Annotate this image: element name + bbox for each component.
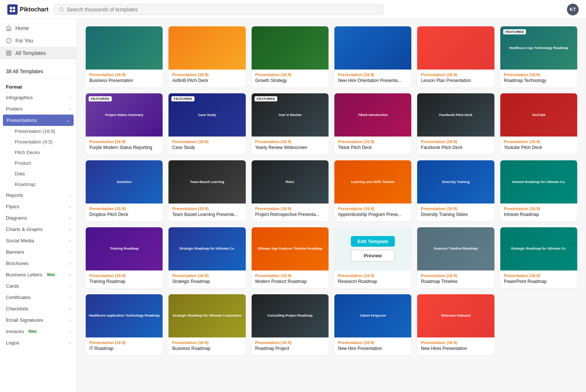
format-item-checklists[interactable]: Checklists › <box>0 303 77 314</box>
preview-button[interactable]: Preview <box>351 250 395 262</box>
preview-button[interactable]: Preview <box>185 183 229 195</box>
template-card[interactable]: Strategic Roadmap for Ultimate Corporati… <box>168 294 245 355</box>
format-item-logos[interactable]: Logos › <box>0 337 77 348</box>
template-card[interactable]: Facebook Pitch Deck Edit Template Previe… <box>417 93 494 154</box>
preview-button[interactable]: Preview <box>102 49 146 61</box>
preview-button[interactable]: Preview <box>268 317 312 329</box>
format-item-infographics[interactable]: Infographics › <box>0 92 77 103</box>
edit-template-button[interactable]: Edit Template <box>268 102 312 113</box>
preview-button[interactable]: Preview <box>351 49 395 61</box>
template-card[interactable]: YouTube Edit Template Preview Presentati… <box>500 93 577 154</box>
edit-template-button[interactable]: Edit Template <box>434 35 478 46</box>
edit-template-button[interactable]: Edit Template <box>185 169 229 180</box>
template-card[interactable]: Learning and Skills Teacher Edit Templat… <box>334 160 411 221</box>
format-item-charts[interactable]: Charts & Graphs › <box>0 224 77 235</box>
preview-button[interactable]: Preview <box>351 317 395 329</box>
edit-template-button[interactable]: Edit Template <box>102 303 146 314</box>
edit-template-button[interactable]: Edit Template <box>185 102 229 113</box>
format-item-cards[interactable]: Cards › <box>0 280 77 292</box>
search-bar[interactable] <box>54 4 384 15</box>
template-card[interactable]: Diversity Training Edit Template Preview… <box>417 160 494 221</box>
search-input[interactable] <box>67 7 379 12</box>
template-card[interactable]: Downbox Edit Template Preview Presentati… <box>86 160 163 221</box>
templates-count[interactable]: 38 All Templates <box>0 66 77 77</box>
format-sub-roadmap[interactable]: Roadmap <box>9 179 77 190</box>
preview-button[interactable]: Preview <box>351 116 395 128</box>
sidebar-item-foryou[interactable]: For You <box>0 34 77 47</box>
preview-button[interactable]: Preview <box>185 116 229 128</box>
edit-template-button[interactable]: Edit Template <box>268 35 312 46</box>
edit-template-button[interactable]: Edit Template <box>351 169 395 180</box>
template-card[interactable]: Training Roadmap Edit Template Preview P… <box>86 227 163 288</box>
format-item-business-letters[interactable]: Business Letters New › <box>0 269 77 280</box>
edit-template-button[interactable]: Edit Template <box>102 35 146 46</box>
preview-button[interactable]: Preview <box>517 183 561 195</box>
template-card[interactable]: Ultimate App Features Timeline Roadmap E… <box>252 227 329 288</box>
preview-button[interactable]: Preview <box>268 250 312 262</box>
edit-template-button[interactable]: Edit Template <box>185 236 229 247</box>
template-card[interactable]: Team-Based Learning Edit Template Previe… <box>168 160 245 221</box>
edit-template-button[interactable]: Edit Template <box>268 303 312 314</box>
preview-button[interactable]: Preview <box>434 116 478 128</box>
template-card[interactable]: FEATURED Case Study Edit Template Previe… <box>168 93 245 154</box>
edit-template-button[interactable]: Edit Template <box>434 169 478 180</box>
preview-button[interactable]: Preview <box>434 49 478 61</box>
format-sub-product[interactable]: Product <box>9 158 77 168</box>
format-item-email-signatures[interactable]: Email Signatures › <box>0 314 77 326</box>
template-card[interactable]: Strategic Roadmap for Ultimate Co. Edit … <box>168 227 245 288</box>
preview-button[interactable]: Preview <box>517 250 561 262</box>
preview-button[interactable]: Preview <box>268 183 312 195</box>
preview-button[interactable]: Preview <box>517 116 561 128</box>
edit-template-button[interactable]: Edit Template <box>434 236 478 247</box>
format-item-social-media[interactable]: Social Media › <box>0 235 77 246</box>
template-card[interactable]: Calum Ferguson Edit Template Preview Pre… <box>334 294 411 355</box>
edit-template-button[interactable]: Edit Template <box>102 236 146 247</box>
format-sub-data[interactable]: Data <box>9 168 77 179</box>
edit-template-button[interactable]: Edit Template <box>185 35 229 46</box>
format-item-flyers[interactable]: Flyers › <box>0 201 77 212</box>
edit-template-button[interactable]: Edit Template <box>268 236 312 247</box>
format-item-invoices[interactable]: Invoices New › <box>0 326 77 337</box>
edit-template-button[interactable]: Edit Template <box>268 169 312 180</box>
template-card[interactable]: Tiktok Introduction Edit Template Previe… <box>334 93 411 154</box>
preview-button[interactable]: Preview <box>434 317 478 329</box>
preview-button[interactable]: Preview <box>185 250 229 262</box>
sidebar-item-home[interactable]: Home <box>0 22 77 34</box>
format-item-posters[interactable]: Posters › <box>0 103 77 115</box>
template-card[interactable]: Strategic Roadmap for Ultimate Co. Edit … <box>500 227 577 288</box>
edit-template-button[interactable]: Edit Template <box>351 102 395 113</box>
template-card[interactable]: Features Timeline Roadmap Edit Template … <box>417 227 494 288</box>
edit-template-button[interactable]: Edit Template <box>517 102 561 113</box>
preview-button[interactable]: Preview <box>351 183 395 195</box>
edit-template-button[interactable]: Edit Template <box>434 303 478 314</box>
format-sub-pitch-decks[interactable]: Pitch Decks <box>9 147 77 158</box>
template-card[interactable]: Intranet Roadmap for Ultimate Co. Edit T… <box>500 160 577 221</box>
template-card[interactable]: Welcome Onboard Edit Template Preview Pr… <box>417 294 494 355</box>
preview-button[interactable]: Preview <box>517 49 561 61</box>
format-item-presentations[interactable]: Presentations ⌄ <box>3 115 74 126</box>
template-card[interactable]: FEATURED Year in Review Edit Template Pr… <box>252 93 329 154</box>
template-card[interactable]: Edit Template Preview Presentation (16:9… <box>86 26 163 87</box>
edit-template-button[interactable]: Edit Template <box>351 35 395 46</box>
preview-button[interactable]: Preview <box>268 49 312 61</box>
edit-template-button[interactable]: Edit Template <box>517 236 561 247</box>
format-item-brochures[interactable]: Brochures › <box>0 258 77 269</box>
edit-template-button[interactable]: Edit Template <box>102 169 146 180</box>
format-sub-presentation-4-3[interactable]: Presentation (4:3) <box>9 137 77 147</box>
format-item-diagrams[interactable]: Diagrams › <box>0 212 77 224</box>
preview-button[interactable]: Preview <box>434 183 478 195</box>
preview-button[interactable]: Preview <box>102 250 146 262</box>
sidebar-item-alltemplates[interactable]: All Templates <box>0 47 77 59</box>
format-item-reports[interactable]: Reports › <box>0 190 77 201</box>
template-card[interactable]: Edit Template Preview Presentation (16:9… <box>168 26 245 87</box>
preview-button[interactable]: Preview <box>102 317 146 329</box>
edit-template-button[interactable]: Edit Template <box>102 102 146 113</box>
preview-button[interactable]: Preview <box>185 317 229 329</box>
template-card[interactable]: Research Roadmap Edit Template Preview P… <box>334 227 411 288</box>
template-card[interactable]: Retro Edit Template Preview Presentation… <box>252 160 329 221</box>
edit-template-button[interactable]: Edit Template <box>517 169 561 180</box>
preview-button[interactable]: Preview <box>102 116 146 128</box>
preview-button[interactable]: Preview <box>102 183 146 195</box>
template-card[interactable]: FEATURED Healthcare App Technology Roadm… <box>500 26 577 87</box>
template-card[interactable]: FEATURED Project Status Summary Edit Tem… <box>86 93 163 154</box>
